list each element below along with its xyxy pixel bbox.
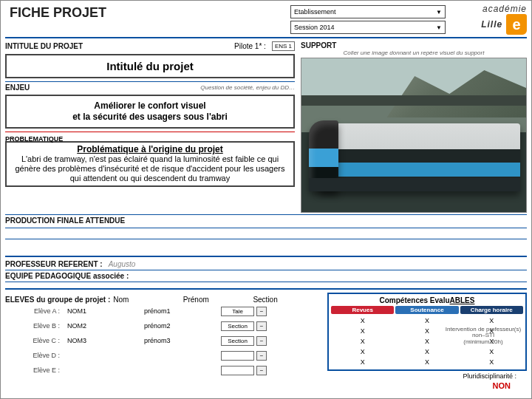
eleve-label: Elève D : bbox=[5, 352, 64, 359]
eleve-prenom[interactable]: prénom2 bbox=[144, 322, 218, 330]
support-image bbox=[301, 58, 527, 213]
col-nom: Nom bbox=[113, 296, 183, 304]
eleve-nom[interactable]: NOM1 bbox=[67, 307, 141, 315]
production-field[interactable] bbox=[5, 228, 527, 239]
eleve-nom[interactable]: NOM3 bbox=[67, 337, 141, 344]
etablissement-dropdown[interactable]: Etablissement ▼ bbox=[290, 5, 446, 18]
eleve-remove-button[interactable]: − bbox=[256, 307, 267, 316]
session-value: Session 2014 bbox=[294, 24, 335, 31]
col-prenom: Prénom bbox=[183, 296, 253, 304]
eleve-label: Elève A : bbox=[5, 307, 64, 315]
eleve-section-select[interactable]: Section bbox=[221, 336, 254, 346]
eleve-remove-button[interactable]: − bbox=[256, 321, 267, 331]
eleve-prenom[interactable]: prénom1 bbox=[144, 307, 218, 315]
chevron-down-icon: ▼ bbox=[436, 24, 442, 31]
revue-x: X bbox=[331, 338, 394, 345]
prof-referent-label: PROFESSEUR REFERENT : bbox=[5, 260, 103, 268]
eleve-row: Elève B :NOM2prénom2Section− bbox=[5, 318, 323, 333]
eleve-row: Elève E :− bbox=[5, 363, 323, 378]
competence-row: XXX bbox=[331, 316, 523, 326]
page-title: FICHE PROJET bbox=[5, 5, 286, 21]
col-charge: Charge horaire bbox=[460, 306, 523, 314]
eleve-prenom[interactable]: prénom3 bbox=[144, 337, 218, 344]
non-value: NON bbox=[327, 381, 527, 390]
soutenance-x: X bbox=[395, 348, 458, 355]
prof-referent-value: Augusto bbox=[109, 260, 136, 268]
intitule-box: Intitulé du projet bbox=[5, 54, 295, 78]
academie-logo: académie Lille e bbox=[454, 4, 527, 35]
eleve-row: Elève C :NOM3prénom3Section− bbox=[5, 333, 323, 348]
charge-x: X bbox=[460, 358, 523, 366]
eleve-section-select[interactable] bbox=[221, 351, 254, 361]
col-soutenance: Soutenance bbox=[395, 306, 458, 314]
pilote-label: Pilote 1* : bbox=[234, 42, 266, 50]
eleve-remove-button[interactable]: − bbox=[256, 366, 267, 375]
pilote-select[interactable]: ENS 1 bbox=[272, 41, 295, 51]
problematique-box: Problématique à l'origine du projet L'ab… bbox=[5, 141, 295, 187]
side-note: Intervention de professeur(s) non–STI (m… bbox=[443, 327, 524, 346]
enjeu-label: ENJEU bbox=[5, 83, 30, 92]
charge-x: X bbox=[460, 348, 523, 355]
soutenance-x: X bbox=[395, 358, 458, 366]
problematique-label: PROBLEMATIQUE bbox=[5, 135, 63, 143]
eleve-remove-button[interactable]: − bbox=[256, 351, 267, 361]
production-label: PRODUCTION FINALE ATTENDUE bbox=[5, 216, 527, 225]
revue-x: X bbox=[331, 348, 394, 355]
eleve-label: Elève B : bbox=[5, 322, 64, 330]
eleve-row: Elève D :− bbox=[5, 348, 323, 363]
revue-x: X bbox=[331, 358, 394, 366]
eleve-row: Elève A :NOM1prénom1Tale− bbox=[5, 304, 323, 318]
col-section: Section bbox=[253, 296, 323, 304]
competence-row: XXX bbox=[331, 357, 523, 367]
eleve-label: Elève C : bbox=[5, 337, 64, 344]
eleve-section-select[interactable] bbox=[221, 366, 254, 375]
enjeu-box: Améliorer le confort visuel et la sécuri… bbox=[5, 95, 295, 129]
eleves-label: ELEVES du groupe de projet : bbox=[5, 296, 113, 304]
revue-x: X bbox=[331, 317, 394, 324]
eleve-section-select[interactable]: Tale bbox=[221, 307, 254, 316]
charge-x: X bbox=[460, 317, 523, 324]
competence-row: XXX bbox=[331, 347, 523, 357]
session-dropdown[interactable]: Session 2014 ▼ bbox=[290, 21, 446, 34]
revue-x: X bbox=[331, 327, 394, 335]
chevron-down-icon: ▼ bbox=[436, 9, 442, 16]
support-hint: Coller une image donnant un repère visue… bbox=[301, 50, 527, 56]
eleve-label: Elève E : bbox=[5, 366, 64, 374]
eleve-remove-button[interactable]: − bbox=[256, 336, 267, 346]
enjeu-hint: Question de société, enjeu du DD… bbox=[200, 84, 295, 91]
support-label: SUPPORT bbox=[301, 41, 336, 50]
equipe-label: EQUIPE PEDAGOGIQUE associée : bbox=[5, 272, 527, 280]
eleve-section-select[interactable]: Section bbox=[221, 321, 254, 331]
soutenance-x: X bbox=[395, 317, 458, 324]
pluridisciplinarite-label: Pluridisciplinarité : bbox=[327, 372, 527, 380]
intitule-label: INTITULE DU PROJET bbox=[5, 42, 83, 50]
etablissement-value: Etablissement bbox=[294, 8, 336, 16]
eleve-nom[interactable]: NOM2 bbox=[67, 322, 141, 330]
col-revues: Revues bbox=[331, 306, 394, 314]
